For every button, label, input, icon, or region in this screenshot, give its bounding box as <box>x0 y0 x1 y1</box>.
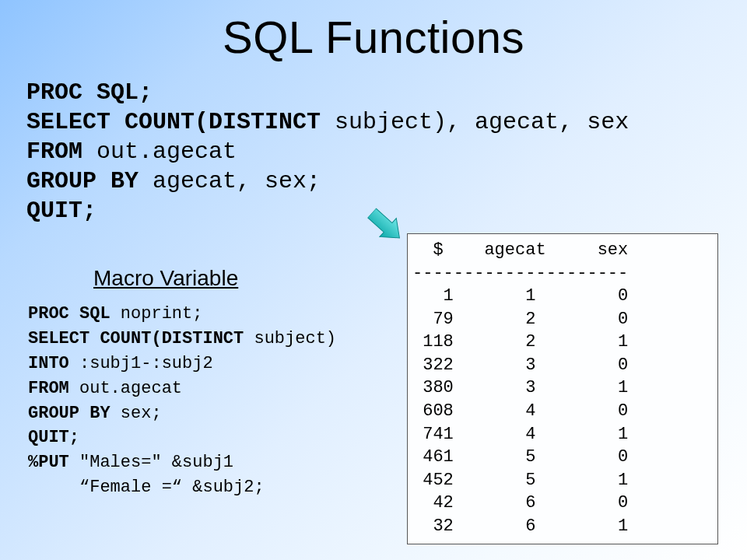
code-line: :subj1-:subj2 <box>79 354 213 373</box>
code-line: GROUP BY <box>28 404 121 423</box>
code-line: INTO <box>28 354 79 373</box>
output-row: 32 6 1 <box>412 516 628 536</box>
output-row: 79 2 0 <box>412 310 628 329</box>
code-line: FROM <box>26 138 96 165</box>
sql-output-box: $ agecat sex --------------------- 1 1 0… <box>407 233 718 544</box>
output-row: 380 3 1 <box>412 378 628 397</box>
code-line: subject), agecat, sex <box>335 109 629 135</box>
code-line: agecat, sex; <box>153 168 321 194</box>
code-line: %PUT <box>28 453 79 472</box>
macro-variable-heading: Macro Variable <box>93 266 238 291</box>
code-line: subject) <box>254 329 336 348</box>
output-header: $ agecat sex <box>412 240 628 260</box>
code-line: noprint; <box>121 304 203 324</box>
output-row: 608 4 0 <box>412 401 628 421</box>
slide-title: SQL Functions <box>0 11 747 63</box>
code-line: QUIT; <box>26 198 96 224</box>
output-row: 461 5 0 <box>412 447 628 467</box>
output-row: 42 6 0 <box>412 493 628 513</box>
code-line: "Males=" &subj1 <box>79 453 233 472</box>
code-line: “Female =“ &subj2; <box>28 478 265 497</box>
sql-code-block-1: PROC SQL; SELECT COUNT(DISTINCT subject)… <box>26 78 629 226</box>
output-row: 452 5 1 <box>412 471 628 490</box>
slide: SQL Functions PROC SQL; SELECT COUNT(DIS… <box>0 0 747 560</box>
output-row: 322 3 0 <box>412 355 628 375</box>
code-line: PROC SQL; <box>26 79 153 106</box>
output-row: 741 4 1 <box>412 425 628 444</box>
output-row: 118 2 1 <box>412 332 628 352</box>
code-line: sex; <box>121 404 162 423</box>
output-divider: --------------------- <box>412 264 628 283</box>
code-line: out.agecat <box>96 138 237 165</box>
sql-code-block-2: PROC SQL noprint; SELECT COUNT(DISTINCT … <box>28 302 336 500</box>
sql-output-text: $ agecat sex --------------------- 1 1 0… <box>412 239 713 538</box>
code-line: PROC SQL <box>28 304 121 324</box>
code-line: FROM <box>28 379 79 398</box>
code-line: GROUP BY <box>26 168 153 194</box>
code-line: QUIT; <box>28 428 79 447</box>
code-line: SELECT COUNT(DISTINCT <box>28 329 254 348</box>
code-line: SELECT COUNT(DISTINCT <box>26 109 335 135</box>
code-line: out.agecat <box>79 379 182 398</box>
output-row: 1 1 0 <box>412 286 628 306</box>
